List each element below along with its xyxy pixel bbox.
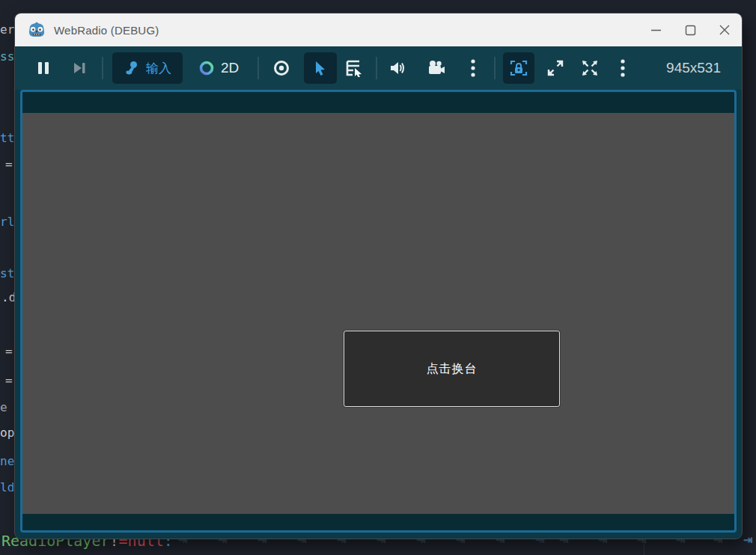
toolbar-separator (102, 57, 103, 79)
debug-toolbar: 输入 2D (15, 46, 742, 90)
code-fragment: .d (1, 291, 16, 304)
line-end-mark: ⇥ (743, 530, 753, 548)
audio-mute-icon (388, 60, 406, 76)
toolbar-separator (494, 57, 496, 79)
code-fragment: ne (0, 455, 14, 468)
toolbar-separator (257, 57, 259, 79)
maximize-icon (685, 25, 696, 36)
minimize-icon (650, 25, 662, 36)
code-fragment: op (0, 426, 14, 440)
fullscreen-button[interactable] (545, 59, 566, 77)
more-options-button[interactable] (614, 58, 632, 78)
minimize-button[interactable] (638, 13, 673, 46)
next-frame-button[interactable] (70, 61, 88, 76)
toolbar-separator (376, 57, 377, 79)
game-viewport: 点击换台 (20, 90, 737, 533)
input-mode-label: 输入 (146, 60, 171, 77)
joystick-icon (124, 60, 140, 76)
camera-mode-label: 2D (221, 60, 239, 76)
cursor-select-icon (312, 60, 329, 76)
code-fragment: = (5, 374, 13, 387)
audio-mute-button[interactable] (386, 60, 409, 76)
game-window: WebRadio (DEBUG) (15, 13, 742, 539)
resolution-readout: 945x531 (666, 60, 730, 76)
camera-icon (427, 60, 445, 76)
expand-arrows-icon (581, 59, 599, 77)
camera-button[interactable] (425, 60, 448, 76)
change-station-label: 点击换台 (427, 361, 478, 377)
code-fragment: = (5, 158, 13, 171)
window-title: WebRadio (DEBUG) (54, 24, 159, 37)
godot-icon (28, 21, 46, 39)
input-mode-button[interactable]: 输入 (112, 52, 183, 84)
expand-window-button[interactable] (579, 59, 600, 77)
code-fragment: = (5, 345, 13, 358)
fullscreen-corners-icon (546, 59, 564, 77)
visibility-button[interactable] (271, 59, 292, 77)
letterbox-bottom (22, 514, 734, 530)
maximize-button[interactable] (673, 13, 707, 46)
close-button[interactable] (707, 13, 742, 46)
more-options-button[interactable] (464, 58, 482, 78)
embed-lock-button[interactable] (503, 52, 534, 84)
node-select-button[interactable] (343, 59, 365, 77)
select-mode-button[interactable] (304, 52, 337, 84)
more-vertical-icon (620, 58, 626, 78)
more-vertical-icon (470, 58, 476, 78)
change-station-button[interactable]: 点击换台 (344, 331, 560, 407)
code-fragment: e (0, 401, 7, 414)
code-fragment: ld (0, 481, 14, 494)
window-controls (638, 13, 742, 46)
next-frame-icon (72, 61, 87, 76)
close-icon (719, 24, 731, 36)
embed-lock-icon (510, 59, 528, 77)
camera-override-2d-button[interactable]: 2D (189, 52, 249, 84)
letterbox-top (22, 92, 734, 113)
ring-icon (198, 60, 215, 76)
pause-icon (37, 61, 50, 76)
pause-button[interactable] (34, 61, 52, 76)
node-select-icon (344, 59, 364, 77)
eye-icon (272, 59, 290, 77)
game-render-area[interactable]: 点击换台 (22, 113, 734, 514)
titlebar: WebRadio (DEBUG) (15, 13, 742, 46)
